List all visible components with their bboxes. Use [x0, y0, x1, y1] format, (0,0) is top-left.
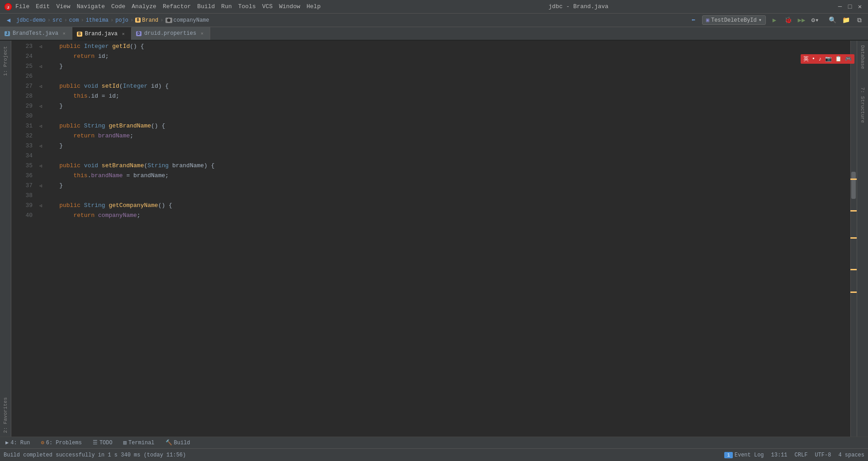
right-tab-structure[interactable]: 7: Structure: [858, 83, 867, 127]
build-msg-text: Build completed successfully in 1 s 340 …: [4, 452, 186, 458]
breadcrumb-sep-5: ›: [130, 17, 133, 24]
vertical-scrollbar[interactable]: [850, 41, 857, 437]
menu-window[interactable]: Window: [279, 3, 300, 10]
gutter-fold-29[interactable]: ◁: [36, 101, 45, 111]
run-config-label: TestDeleteById: [711, 17, 757, 24]
bottom-tab-build[interactable]: 🔨 Build: [164, 438, 192, 447]
breadcrumb-item-brand[interactable]: B Brand: [135, 17, 158, 24]
menu-code[interactable]: Code: [111, 3, 125, 10]
code-line-29: }: [45, 101, 850, 111]
main-area: 1: Project 2: Favorites 23 24 25 26 27 2…: [0, 41, 868, 437]
breadcrumb-sep-1: ›: [47, 17, 51, 24]
gutter-fold-33[interactable]: ◁: [36, 141, 45, 151]
tab-label-druid: druid.properties: [144, 30, 196, 37]
search-everywhere-button[interactable]: 🔍: [827, 15, 837, 25]
gutter-40: [36, 211, 45, 221]
code-line-26: [45, 71, 850, 81]
code-container: 23 24 25 26 27 28 29 30 31 32 33 34 35 3…: [11, 41, 857, 437]
run-button[interactable]: ▶: [769, 15, 779, 25]
menu-help[interactable]: Help: [307, 3, 321, 10]
right-panel: Database 7: Structure: [857, 41, 868, 437]
navigate-back-icon[interactable]: ⬅: [689, 15, 698, 25]
gutter-fold-37[interactable]: ◁: [36, 181, 45, 191]
breadcrumb-item-com[interactable]: com: [69, 17, 79, 24]
menu-bar[interactable]: File Edit View Navigate Code Analyze Ref…: [15, 3, 321, 10]
gutter-30: [36, 111, 45, 121]
editor-area[interactable]: 23 24 25 26 27 28 29 30 31 32 33 34 35 3…: [11, 41, 857, 437]
problems-icon: ⚙: [41, 439, 44, 446]
event-log-badge[interactable]: 1: [724, 452, 733, 458]
bottom-tab-run[interactable]: ▶ 4: Run: [4, 438, 32, 447]
breadcrumb-sep-3: ›: [80, 17, 84, 24]
event-log-label[interactable]: Event Log: [735, 452, 764, 458]
back-button[interactable]: ◀: [4, 15, 14, 25]
status-encoding[interactable]: UTF-8: [815, 452, 831, 458]
menu-edit[interactable]: Edit: [36, 3, 50, 10]
menu-view[interactable]: View: [56, 3, 70, 10]
run-config-selector[interactable]: ▣ TestDeleteById ▾: [702, 15, 766, 25]
gutter-fold-35[interactable]: ◁: [36, 161, 45, 171]
tab-close-brand[interactable]: ✕: [120, 31, 127, 37]
breadcrumb-item-itheima[interactable]: itheima: [86, 17, 108, 24]
tab-close-druid[interactable]: ✕: [199, 30, 205, 37]
right-tab-database[interactable]: Database: [858, 41, 867, 74]
scrollbar-thumb[interactable]: [851, 172, 856, 199]
side-tab-favorites[interactable]: 2: Favorites: [1, 394, 10, 437]
breadcrumb-sep-4: ›: [110, 17, 113, 24]
window-controls[interactable]: ─ □ ✕: [836, 3, 863, 10]
tab-icon-brandtest: J: [5, 31, 10, 36]
bottom-tab-problems[interactable]: ⚙ 6: Problems: [39, 438, 83, 447]
breadcrumb-item-jdbcdemo[interactable]: jdbc-demo: [16, 17, 46, 24]
menu-run[interactable]: Run: [221, 3, 231, 10]
breadcrumb-item-pojo[interactable]: pojo: [115, 17, 128, 24]
menu-build[interactable]: Build: [197, 3, 215, 10]
menu-navigate[interactable]: Navigate: [77, 3, 105, 10]
code-line-23: public Integer getId() {: [45, 42, 850, 52]
menu-file[interactable]: File: [15, 3, 29, 10]
code-line-33: }: [45, 141, 850, 151]
more-run-options[interactable]: ⚙▾: [810, 15, 820, 25]
tab-brandtest[interactable]: J BrandTest.java ✕: [0, 27, 72, 40]
gutter-fold-39[interactable]: ◁: [36, 201, 45, 211]
line-numbers: 23 24 25 26 27 28 29 30 31 32 33 34 35 3…: [11, 41, 36, 437]
app-logo: J: [5, 3, 12, 10]
menu-analyze[interactable]: Analyze: [132, 3, 156, 10]
gutter-fold-27[interactable]: ◁: [36, 81, 45, 91]
menu-refactor[interactable]: Refactor: [163, 3, 191, 10]
status-indent[interactable]: 4 spaces: [838, 452, 864, 458]
close-button[interactable]: ✕: [856, 3, 863, 10]
gutter-32: [36, 131, 45, 141]
open-file-button[interactable]: 📁: [841, 15, 851, 25]
tab-brand[interactable]: B Brand.java ✕: [72, 27, 132, 40]
tab-icon-brand: B: [77, 32, 82, 37]
encoding-text: UTF-8: [815, 452, 831, 458]
status-line-ending[interactable]: CRLF: [795, 452, 808, 458]
menu-vcs[interactable]: VCS: [262, 3, 273, 10]
breadcrumb: jdbc-demo › src › com › itheima › pojo ›…: [16, 17, 209, 24]
maximize-button[interactable]: □: [846, 3, 854, 10]
problems-label: 6: Problems: [46, 440, 82, 446]
gutter-fold-23[interactable]: ◁: [36, 42, 45, 52]
recent-files-button[interactable]: ⧉: [854, 15, 864, 25]
toolbar-right: ⬅ ▣ TestDeleteById ▾ ▶ 🐞 ▶▶ ⚙▾ 🔍 📁 ⧉: [689, 15, 864, 25]
tab-druid[interactable]: D druid.properties ✕: [132, 27, 210, 40]
coverage-button[interactable]: ▶▶: [797, 15, 807, 25]
code-lines[interactable]: public Integer getId() { return id; } pu…: [45, 41, 850, 437]
debug-button[interactable]: 🐞: [783, 15, 793, 25]
run-config-dropdown-icon[interactable]: ▾: [759, 17, 762, 24]
breadcrumb-item-companyname[interactable]: ⬟ companyName: [165, 17, 209, 24]
menu-tools[interactable]: Tools: [238, 3, 256, 10]
gutter-fold-25[interactable]: ◁: [36, 61, 45, 71]
run-tab-icon: ▶: [5, 439, 9, 446]
status-event-log[interactable]: 1 Event Log: [724, 452, 764, 458]
status-position[interactable]: 13:11: [771, 452, 788, 458]
minimize-button[interactable]: ─: [836, 3, 844, 10]
tab-icon-druid: D: [136, 31, 142, 36]
breadcrumb-item-src[interactable]: src: [52, 17, 62, 24]
bottom-tab-todo[interactable]: ☰ TODO: [91, 438, 114, 447]
side-tab-project[interactable]: 1: Project: [1, 42, 10, 80]
tab-close-brandtest[interactable]: ✕: [61, 30, 67, 37]
bottom-tab-terminal[interactable]: ▤ Terminal: [122, 438, 156, 447]
gutter-fold-31[interactable]: ◁: [36, 121, 45, 131]
gutter-38: [36, 191, 45, 201]
